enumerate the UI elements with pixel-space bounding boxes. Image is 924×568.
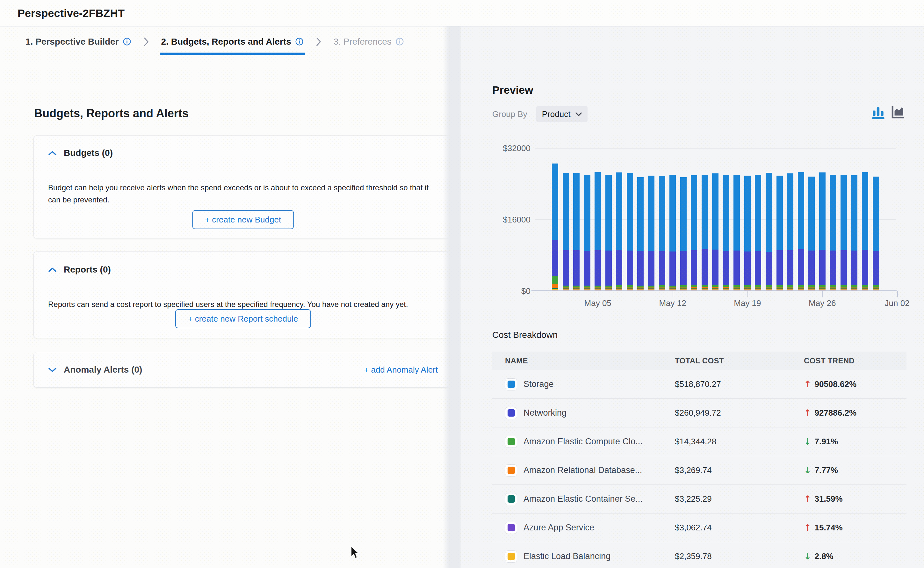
stacked-bar-may-05 <box>595 172 601 290</box>
reports-description: Reports can send a cost report to specif… <box>48 298 440 310</box>
bar-segment <box>552 163 558 240</box>
create-report-schedule-button[interactable]: + create new Report schedule <box>175 309 311 328</box>
bar-segment <box>573 250 580 286</box>
stacked-bar-may-03 <box>573 173 580 290</box>
stacked-bar-may-15 <box>702 175 708 290</box>
bar-segment <box>563 173 569 250</box>
bar-segment <box>851 251 858 285</box>
row-name: Networking <box>523 408 567 418</box>
bar-segment <box>744 176 751 251</box>
stacked-bar-may-08 <box>627 173 633 290</box>
bar-segment <box>637 177 644 251</box>
step-label: 2. Budgets, Reports and Alerts <box>161 37 291 47</box>
stacked-bar-may-21 <box>766 173 772 290</box>
row-cost-trend: 7.77% <box>814 465 838 475</box>
x-axis-label: May 12 <box>659 298 686 308</box>
bar-segment <box>702 285 708 287</box>
chevron-up-icon[interactable] <box>48 150 57 156</box>
x-axis-label: May 05 <box>584 298 612 308</box>
bar-segment <box>830 251 836 285</box>
bar-segment <box>552 276 558 284</box>
column-header-cost-trend: COST TREND <box>804 357 906 365</box>
bar-segment <box>595 250 601 286</box>
bar-segment <box>755 251 761 286</box>
budgets-card: Budgets (0) Budget can help you receive … <box>33 136 452 239</box>
bar-segment <box>723 285 729 287</box>
stacked-bar-may-09 <box>637 177 644 290</box>
step-preferences[interactable]: 3. Preferences <box>334 26 404 57</box>
series-color-swatch <box>505 407 517 419</box>
bar-segment <box>798 249 804 285</box>
bar-segment <box>808 251 815 285</box>
bar-segment <box>659 285 665 287</box>
info-icon[interactable] <box>123 37 131 46</box>
chevron-down-icon[interactable] <box>48 367 57 373</box>
x-axis-tick <box>672 291 673 298</box>
trend-down-arrow-icon: ↓ <box>804 552 811 561</box>
stacked-bar-may-28 <box>841 175 847 290</box>
row-total-cost: $3,269.74 <box>675 465 804 475</box>
table-row[interactable]: Amazon Relational Database...$3,269.74↓7… <box>492 456 906 485</box>
row-name: Azure App Service <box>523 523 594 533</box>
create-budget-button[interactable]: + create new Budget <box>192 210 294 229</box>
stacked-bar-may-20 <box>755 175 761 290</box>
step-label: 1. Perspective Builder <box>26 37 119 47</box>
area-chart-icon[interactable] <box>891 106 904 119</box>
bar-segment <box>766 285 772 287</box>
bar-segment <box>584 175 590 251</box>
bar-segment <box>584 251 590 286</box>
bar-segment <box>808 285 815 287</box>
cost-breakdown-table: NAME TOTAL COST COST TREND Storage$518,8… <box>492 352 906 568</box>
bar-segment <box>659 251 665 286</box>
trend-down-arrow-icon: ↓ <box>804 466 811 475</box>
chart-plot-area: $32000 $16000 $0 May 05May 12May 19May 2… <box>535 148 896 291</box>
bar-segment <box>573 173 580 250</box>
bar-segment <box>680 177 687 251</box>
bar-segment <box>776 285 783 287</box>
bar-segment <box>702 249 708 285</box>
info-icon[interactable] <box>295 37 304 46</box>
table-row[interactable]: Amazon Elastic Container Se...$3,225.29↑… <box>492 485 906 514</box>
trend-up-arrow-icon: ↑ <box>804 380 811 389</box>
group-by-dropdown[interactable]: Product <box>536 106 588 122</box>
stacked-bar-may-12 <box>669 175 676 290</box>
anomaly-alerts-title: Anomaly Alerts (0) <box>64 365 142 375</box>
app-header: Perspective-2FBZHT <box>0 0 924 26</box>
bar-segment <box>669 251 676 286</box>
table-row[interactable]: Amazon Elastic Compute Clo...$14,344.28↓… <box>492 428 906 456</box>
bar-segment <box>798 285 804 287</box>
bar-segment <box>552 240 558 276</box>
app-window: Perspective-2FBZHT 1. Perspective Builde… <box>0 0 924 568</box>
row-cost-trend: 927886.2% <box>814 408 856 418</box>
table-row[interactable]: Azure App Service$3,062.74↑15.74% <box>492 514 906 542</box>
series-color-swatch <box>505 378 517 390</box>
bar-segment <box>841 250 847 285</box>
gridline-32000 <box>535 148 896 148</box>
row-cost-trend: 90508.62% <box>814 379 856 389</box>
info-icon[interactable] <box>395 37 404 46</box>
bar-segment <box>563 250 569 286</box>
bar-segment <box>873 285 879 287</box>
trend-down-arrow-icon: ↓ <box>804 437 811 446</box>
stacked-bar-may-01 <box>552 163 558 290</box>
bar-segment <box>755 175 761 251</box>
table-row[interactable]: Storage$518,870.27↑90508.62% <box>492 370 906 399</box>
step-budgets-reports-alerts[interactable]: 2. Budgets, Reports and Alerts <box>161 26 304 57</box>
bar-segment <box>808 177 815 251</box>
row-cost-trend: 7.91% <box>814 437 838 447</box>
chevron-up-icon[interactable] <box>48 267 57 272</box>
cost-chart: $32000 $16000 $0 May 05May 12May 19May 2… <box>492 148 906 317</box>
bar-segment <box>851 175 858 251</box>
bar-chart-icon[interactable] <box>872 106 885 119</box>
bar-segment <box>819 285 826 287</box>
add-anomaly-alert-link[interactable]: + add Anomaly Alert <box>364 365 438 375</box>
table-row[interactable]: Elastic Load Balancing$2,359.78↓2.8% <box>492 542 906 568</box>
bar-segment <box>776 176 783 250</box>
bar-segment <box>616 285 622 287</box>
table-row[interactable]: Networking$260,949.72↑927886.2% <box>492 399 906 428</box>
budgets-description: Budget can help you receive alerts when … <box>48 182 440 206</box>
bar-segment <box>734 251 740 285</box>
scroll-gutter[interactable] <box>443 26 461 568</box>
bar-segment <box>776 250 783 285</box>
step-perspective-builder[interactable]: 1. Perspective Builder <box>26 26 131 57</box>
